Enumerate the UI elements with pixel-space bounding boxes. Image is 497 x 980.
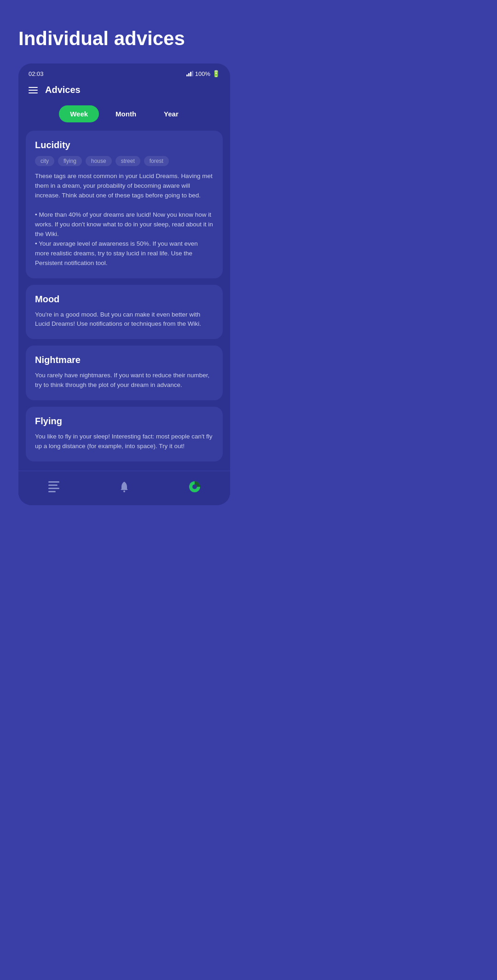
card-nightmare-text: You rarely have nightmares. If you want …: [35, 371, 214, 390]
card-flying: Flying You like to fly in your sleep! In…: [26, 407, 223, 461]
card-nightmare: Nightmare You rarely have nightmares. If…: [26, 346, 223, 400]
bell-icon: [119, 481, 129, 493]
tab-week[interactable]: Week: [59, 105, 99, 122]
card-mood: Mood You're in a good mood. But you can …: [26, 285, 223, 340]
tab-month[interactable]: Month: [104, 105, 147, 122]
tags-row-lucidity: city flying house street forest: [35, 156, 214, 166]
tab-year[interactable]: Year: [153, 105, 190, 122]
status-bar: 02:03 100% 🔋: [18, 63, 230, 81]
svg-point-2: [192, 484, 197, 489]
tag-forest[interactable]: forest: [144, 156, 169, 166]
menu-icon[interactable]: [29, 87, 38, 93]
list-icon: [48, 481, 59, 492]
bottom-nav: [18, 471, 230, 505]
nav-bell[interactable]: [115, 478, 133, 496]
card-nightmare-title: Nightmare: [35, 355, 214, 365]
card-lucidity: Lucidity city flying house street forest…: [26, 131, 223, 278]
card-flying-title: Flying: [35, 416, 214, 427]
cards-container: Lucidity city flying house street forest…: [18, 131, 230, 471]
card-mood-text: You're in a good mood. But you can make …: [35, 310, 214, 329]
tag-city[interactable]: city: [35, 156, 54, 166]
pie-chart-icon: [188, 480, 201, 493]
tab-bar: Week Month Year: [18, 103, 230, 131]
status-right: 100% 🔋: [186, 70, 220, 77]
nav-list[interactable]: [45, 478, 63, 496]
battery-text: 100%: [195, 70, 210, 77]
tag-flying[interactable]: flying: [58, 156, 82, 166]
nav-stats[interactable]: [185, 478, 204, 496]
page-title: Individual advices: [0, 0, 248, 63]
svg-point-0: [123, 490, 125, 492]
header-bar: Advices: [18, 81, 230, 103]
signal-icon: [186, 71, 193, 76]
card-mood-title: Mood: [35, 294, 214, 305]
card-flying-text: You like to fly in your sleep! Interesti…: [35, 432, 214, 451]
phone-container: 02:03 100% 🔋 Advices Week Month Year: [18, 63, 230, 505]
tag-house[interactable]: house: [86, 156, 112, 166]
battery-icon: 🔋: [212, 70, 220, 77]
header-title: Advices: [45, 85, 81, 95]
tag-street[interactable]: street: [116, 156, 140, 166]
time: 02:03: [29, 70, 44, 77]
card-lucidity-title: Lucidity: [35, 140, 214, 150]
card-lucidity-text: These tags are most common in your Lucid…: [35, 172, 214, 268]
